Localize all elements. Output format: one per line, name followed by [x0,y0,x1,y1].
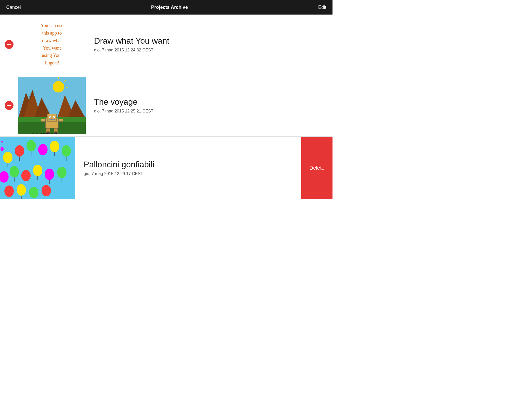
delete-minus-button[interactable] [5,101,14,110]
svg-point-62 [1,147,4,151]
svg-point-33 [15,145,24,157]
svg-text:– — –⊙–⊙– — –: – — –⊙–⊙– — – [32,132,57,134]
project-thumbnail: You can usethis app todraw whatYou wantu… [18,16,86,73]
project-info[interactable]: The voyage gio, 7 mag 2015 12:25:21 CEST [86,91,332,120]
svg-point-17 [49,116,50,117]
project-info[interactable]: Palloncini gonfiabili gio, 7 mag 2015 12… [75,154,301,182]
edit-button[interactable]: Edit [318,5,326,10]
svg-rect-27 [58,119,63,122]
svg-point-18 [54,116,55,117]
svg-point-39 [50,141,59,152]
thumbnail-text: You can usethis app todraw whatYou wantu… [38,20,65,69]
svg-point-60 [42,185,51,196]
list-item: Gianluca – — –⊙–⊙– — – The voyage gio, 7… [0,74,332,137]
page-title: Projects Archive [151,5,188,10]
svg-point-35 [26,140,36,151]
svg-point-63 [1,141,3,143]
project-thumbnail: Gianluca – — –⊙–⊙– — – [18,77,86,134]
list-item: You can usethis app todraw whatYou wantu… [0,15,332,74]
project-thumbnail [0,137,75,199]
navbar: Cancel Projects Archive Edit [0,0,332,15]
svg-point-57 [17,184,26,196]
svg-point-47 [21,170,31,181]
project-date: gio, 7 mag 2015 12:24:32 CEST [94,48,324,52]
svg-point-59 [29,187,38,198]
svg-point-31 [3,152,12,163]
svg-point-51 [45,169,54,180]
svg-rect-14 [47,114,57,121]
project-title: Palloncini gonfiabili [84,160,293,169]
svg-point-53 [57,167,66,178]
project-date: gio, 7 mag 2015 12:25:21 CEST [94,109,324,114]
delete-minus-button[interactable] [5,40,14,49]
svg-point-45 [10,166,19,177]
project-date: gio, 7 mag 2015 12:29:17 CEST [84,171,293,176]
list-item: Palloncini gonfiabili gio, 7 mag 2015 12… [0,137,332,199]
svg-point-1 [53,81,64,92]
svg-point-49 [33,165,42,176]
svg-point-41 [62,145,71,157]
delete-action-button[interactable]: Delete [301,137,332,199]
svg-point-55 [4,185,14,197]
svg-rect-26 [41,119,45,122]
svg-rect-19 [49,119,55,120]
project-title: Draw what You want [94,36,324,46]
cancel-button[interactable]: Cancel [6,5,21,10]
project-title: The voyage [94,97,324,107]
project-list: You can usethis app todraw whatYou wantu… [0,15,332,199]
svg-point-37 [38,144,48,155]
project-info[interactable]: Draw what You want gio, 7 mag 2015 12:24… [86,30,332,59]
